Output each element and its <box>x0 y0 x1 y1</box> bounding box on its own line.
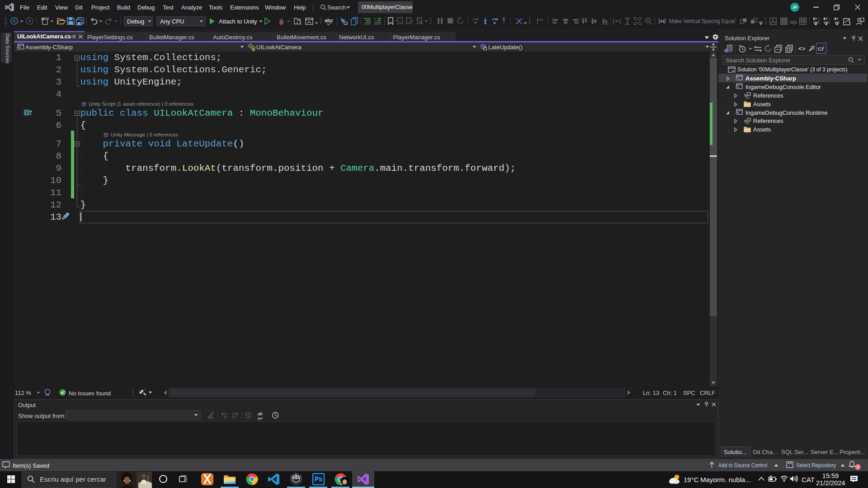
svg-text:?: ? <box>374 18 376 22</box>
